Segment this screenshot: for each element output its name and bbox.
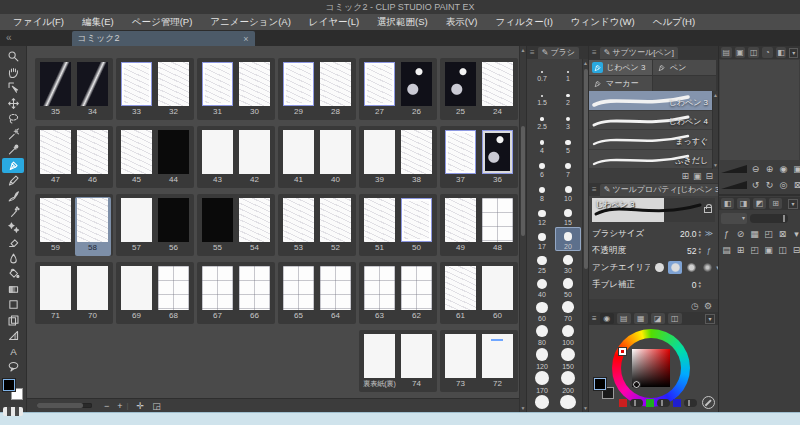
new-folder-icon[interactable]: ◰ <box>749 245 760 255</box>
page-cell-56[interactable]: 56 <box>156 197 192 256</box>
page-cell-38[interactable]: 38 <box>399 129 435 188</box>
subtool-group-tab-1[interactable]: じわペン 3 <box>589 60 652 75</box>
tool-pencil[interactable] <box>2 173 24 189</box>
scroll-down-icon[interactable]: ▼ <box>713 162 718 168</box>
main-color-swatch[interactable] <box>594 378 606 390</box>
information-tab[interactable]: ◔ <box>762 47 773 58</box>
page-thumbnail-32[interactable] <box>158 62 189 106</box>
document-tab[interactable]: コミック2 × <box>72 31 255 46</box>
page-thumbnail-35[interactable] <box>40 62 71 106</box>
menu-item-l[interactable]: レイヤー(L) <box>300 14 368 30</box>
scroll-up-icon[interactable]: ▲ <box>713 92 718 98</box>
delete-layer-icon[interactable]: ⊟ <box>791 245 800 255</box>
blue-channel-slider[interactable] <box>684 399 697 407</box>
brush-size-60[interactable]: 60 <box>529 299 555 323</box>
subtool-group-tab-2[interactable]: ペン <box>653 60 716 75</box>
tool-balloon[interactable] <box>2 359 24 375</box>
scrollbar-thumb[interactable] <box>521 126 525 236</box>
tool-airbrush[interactable] <box>2 204 24 220</box>
page-cell-27[interactable]: 27 <box>362 61 398 120</box>
page-thumbnail-65[interactable] <box>283 266 314 310</box>
page-thumbnail-54[interactable] <box>239 198 270 242</box>
flip-horizontal-icon[interactable]: ⊠ <box>792 180 800 190</box>
history-tab[interactable]: ◧ <box>776 47 787 58</box>
layer-opacity-slider[interactable] <box>750 214 788 223</box>
no-color-icon[interactable] <box>702 396 715 409</box>
page-cell-58[interactable]: 58 <box>75 197 111 256</box>
page-cell-49[interactable]: 49 <box>443 197 479 256</box>
tool-eyedropper[interactable] <box>2 142 24 158</box>
panel-collapse-caret-icon[interactable]: ▾ <box>788 199 798 209</box>
page-cell-68[interactable]: 68 <box>156 265 192 324</box>
page-cell-63[interactable]: 63 <box>362 265 398 324</box>
page-thumbnail-30[interactable] <box>239 62 270 106</box>
brush-size-12[interactable]: 12 <box>529 203 555 227</box>
fit-screen-icon[interactable]: ▣ <box>792 164 800 174</box>
page-cell-57[interactable]: 57 <box>119 197 155 256</box>
page-cell-24[interactable]: 24 <box>480 61 516 120</box>
brush-size-20[interactable]: 20 <box>555 227 581 251</box>
color-history-tab[interactable]: ◫ <box>668 313 682 324</box>
brush-size-1[interactable]: 1 <box>555 59 581 83</box>
lock-transparent-icon[interactable]: ⊘ <box>735 229 746 239</box>
value-stepper[interactable]: ▴▾ <box>698 230 701 237</box>
page-cell-37[interactable]: 37 <box>443 129 479 188</box>
page-cell-50[interactable]: 50 <box>399 197 435 256</box>
navigator-tab[interactable]: ▤ <box>721 47 732 58</box>
antialias-option-0[interactable] <box>652 261 666 274</box>
tool-pen[interactable] <box>2 158 24 174</box>
sv-marker[interactable] <box>633 381 640 388</box>
zoom-out-icon[interactable]: ⊖ <box>750 164 761 174</box>
brush-size-8[interactable]: 8 <box>529 179 555 203</box>
page-thumbnail-37[interactable] <box>445 130 476 174</box>
page-cell-53[interactable]: 53 <box>281 197 317 256</box>
brush-size-scrollbar[interactable]: ▲ ▼ <box>582 59 588 412</box>
page-cell-55[interactable]: 55 <box>200 197 236 256</box>
menu-item-s[interactable]: 選択範囲(S) <box>368 14 437 30</box>
layer-tab[interactable]: ◧ <box>721 198 734 209</box>
page-thumbnail-57[interactable] <box>121 198 152 242</box>
page-cell-61[interactable]: 61 <box>443 265 479 324</box>
tool-decoration[interactable] <box>2 220 24 236</box>
reset-rotation-icon[interactable]: ◎ <box>778 180 789 190</box>
tool-pan[interactable] <box>2 65 24 81</box>
page-thumbnail-46[interactable] <box>77 130 108 174</box>
approx-color-tab[interactable]: ◪ <box>651 313 665 324</box>
tool-text[interactable]: A <box>2 344 24 360</box>
animation-tab[interactable]: ◩ <box>753 198 766 209</box>
subtool-item[interactable]: じわペン 4 <box>589 111 712 131</box>
brush-size-3[interactable]: 3 <box>555 107 581 131</box>
duplicate-subtool-icon[interactable]: ▣ <box>693 171 702 181</box>
brush-size-7[interactable]: 7 <box>555 155 581 179</box>
page-thumbnail-28[interactable] <box>320 62 351 106</box>
color-wheel-tab[interactable]: ◉ <box>600 313 614 324</box>
brush-size-150[interactable]: 150 <box>555 347 581 371</box>
page-thumbnail-62[interactable] <box>401 266 432 310</box>
page-thumbnail-47[interactable] <box>40 130 71 174</box>
brush-stroke-preview[interactable]: じわペン 3 <box>592 198 715 222</box>
new-vector-layer-icon[interactable]: ⊞ <box>735 245 746 255</box>
slider-wedge[interactable] <box>721 165 747 173</box>
zoom-100-icon[interactable]: ◉ <box>778 164 789 174</box>
thumbnail-zoom-in-button[interactable]: + <box>113 401 126 411</box>
page-thumbnail-60[interactable] <box>482 266 513 310</box>
page-thumbnail-53[interactable] <box>283 198 314 242</box>
red-channel-swatch[interactable] <box>619 399 627 407</box>
page-thumbnail-29[interactable] <box>283 62 314 106</box>
tool-property-tab[interactable]: ✎ ツールプロパティ[じわペン 3] <box>600 184 718 196</box>
menu-item-h[interactable]: ヘルプ(H) <box>644 14 704 30</box>
green-channel-swatch[interactable] <box>646 399 654 407</box>
page-thumbnail-69[interactable] <box>121 266 152 310</box>
layer-color-caret-icon[interactable]: ▾ <box>791 229 800 239</box>
new-layer-icon[interactable]: ▤ <box>721 245 732 255</box>
page-thumbnail-40[interactable] <box>320 130 351 174</box>
page-thumbnail-72[interactable] <box>482 334 513 378</box>
brush-size-15[interactable]: 15 <box>555 203 581 227</box>
page-cell-66[interactable]: 66 <box>237 265 273 324</box>
page-cell-28[interactable]: 28 <box>318 61 354 120</box>
page-thumbnail-61[interactable] <box>445 266 476 310</box>
page-cell-52[interactable]: 52 <box>318 197 354 256</box>
brush-size-170[interactable]: 170 <box>529 371 555 395</box>
subtool-item[interactable]: まっすぐ <box>589 130 712 150</box>
restore-defaults-icon[interactable]: ◷ <box>691 301 699 311</box>
